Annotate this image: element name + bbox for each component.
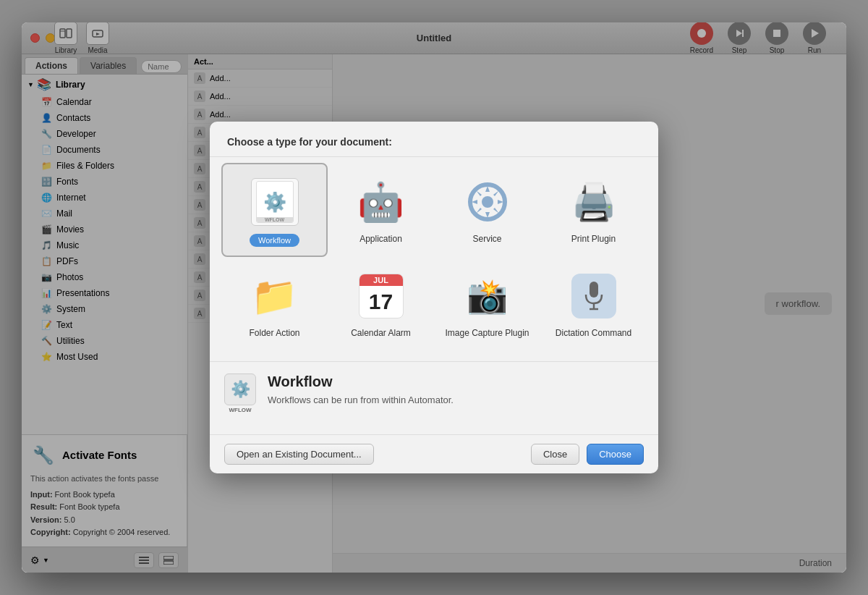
doc-type-service[interactable]: Service [434,163,540,257]
preview-icon-symbol: ⚙️ [231,380,250,399]
preview-description: Workflows can be run from within Automat… [268,394,644,405]
svg-point-16 [482,196,493,208]
application-label: Application [359,234,402,245]
modal-header: Choose a type for your document: [210,122,658,156]
svg-rect-17 [590,282,598,298]
preview-workflow-icon: ⚙️ [224,374,256,405]
preview-text-block: Workflow Workflows can be run from withi… [268,374,644,405]
print-plugin-label: Print Plugin [571,234,616,245]
workflow-label: Workflow [250,234,299,247]
service-doc-icon [461,176,514,228]
dictation-label: Dictation Command [556,328,631,339]
doc-type-grid: ⚙️ WFLOW Workflow 🤖 Application [210,156,658,362]
calendar-alarm-doc-icon: JUL 17 [355,270,407,322]
doc-type-workflow[interactable]: ⚙️ WFLOW Workflow [221,163,328,257]
modal-footer: Open an Existing Document... Close Choos… [210,434,658,473]
image-capture-label: Image Capture Plugin [445,328,529,339]
main-window: Library Media Untitled Record [22,22,846,573]
choose-button[interactable]: Choose [587,444,644,465]
print-plugin-doc-icon: 🖨️ [568,176,620,228]
doc-type-application[interactable]: 🤖 Application [328,163,434,257]
calendar-alarm-label: Calendar Alarm [351,328,411,339]
folder-action-doc-icon: 📁 [249,270,301,322]
calendar-month: JUL [359,274,403,286]
preview-name: Workflow [268,374,644,390]
doc-type-calendar-alarm[interactable]: JUL 17 Calendar Alarm [328,257,434,350]
doc-type-folder-action[interactable]: 📁 Folder Action [221,257,328,350]
doc-type-dictation[interactable]: Dictation Command [540,257,647,350]
dictation-doc-icon [568,270,620,322]
open-existing-button[interactable]: Open an Existing Document... [224,444,374,465]
modal-footer-right: Close Choose [531,444,644,465]
close-button[interactable]: Close [531,444,579,465]
modal-preview: ⚙️ WFLOW Workflow Workflows can be run f… [210,362,658,434]
preview-icon-label: WFLOW [229,407,251,413]
application-doc-icon: 🤖 [355,176,407,228]
folder-action-label: Folder Action [249,328,299,339]
calendar-day: 17 [359,286,403,318]
preview-icon-wrap: ⚙️ WFLOW [224,374,256,413]
document-type-modal: Choose a type for your document: ⚙️ WFLO… [210,122,658,473]
modal-overlay: Choose a type for your document: ⚙️ WFLO… [22,22,846,573]
mic-icon [571,274,616,318]
doc-type-image-capture[interactable]: 📸 Image Capture Plugin [434,257,540,350]
modal-title: Choose a type for your document: [227,136,641,148]
doc-type-print-plugin[interactable]: 🖨️ Print Plugin [540,163,647,257]
service-label: Service [472,234,501,245]
image-capture-doc-icon: 📸 [461,270,514,322]
workflow-doc-icon: ⚙️ WFLOW [249,176,301,228]
